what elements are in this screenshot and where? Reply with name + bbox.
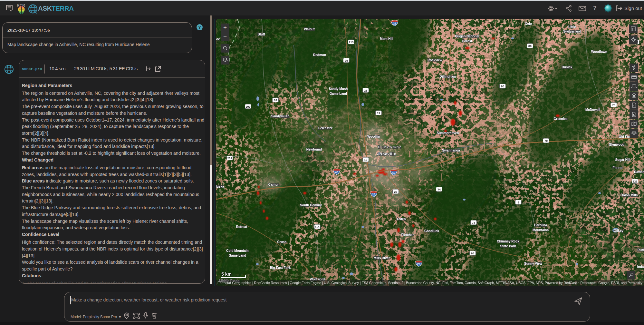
svg-text:Rockview: Rockview: [428, 58, 442, 62]
svg-text:Arden: Arden: [397, 217, 406, 221]
svg-text:Newfound: Newfound: [306, 148, 322, 151]
svg-text:Union Mills: Union Mills: [620, 193, 638, 197]
svg-text:221: 221: [632, 180, 637, 183]
svg-text:Canton: Canton: [268, 183, 279, 186]
svg-text:Busick: Busick: [562, 65, 572, 69]
svg-text:Chimney Rock: Chimney Rock: [497, 240, 519, 243]
svg-text:25: 25: [345, 59, 348, 62]
svg-text:Goodluck: Goodluck: [424, 229, 439, 233]
svg-text:9: 9: [517, 201, 519, 204]
svg-text:40: 40: [392, 171, 395, 174]
svg-text:80: 80: [528, 44, 532, 48]
svg-text:Game Land: Game Land: [330, 92, 347, 95]
svg-text:Retreat: Retreat: [236, 225, 247, 229]
svg-text:Switzerland: Switzerland: [563, 30, 581, 33]
svg-text:209: 209: [227, 157, 232, 160]
svg-text:aluska: aluska: [216, 185, 224, 188]
svg-text:Buncombe: Buncombe: [378, 145, 402, 149]
svg-text:64: 64: [471, 252, 474, 255]
svg-text:Sunny View: Sunny View: [524, 262, 542, 265]
svg-text:Greenlee: Greenlee: [554, 117, 568, 121]
svg-text:Cold Mountain: Cold Mountain: [226, 249, 248, 252]
svg-text:Walnut: Walnut: [304, 27, 315, 31]
svg-text:South Hominy: South Hominy: [300, 203, 322, 207]
svg-text:Game Land: Game Land: [229, 254, 246, 257]
svg-text:Gilkey: Gilkey: [614, 229, 623, 232]
svg-text:Bluff: Bluff: [258, 33, 265, 36]
svg-text:Dillingham: Dillingham: [439, 75, 456, 78]
svg-text:19: 19: [377, 112, 380, 115]
svg-text:19: 19: [364, 158, 367, 162]
svg-text:Sandymush: Sandymush: [271, 114, 290, 118]
svg-text:26: 26: [393, 22, 396, 25]
svg-text:70: 70: [544, 139, 548, 143]
svg-text:Fletcher: Fletcher: [401, 233, 414, 237]
svg-text:Little: Little: [568, 25, 576, 29]
svg-text:Woodlawn: Woodlawn: [591, 50, 607, 54]
svg-text:inda: inda: [637, 265, 644, 269]
svg-text:26: 26: [417, 262, 420, 266]
svg-text:70: 70: [612, 103, 615, 107]
svg-text:80: 80: [501, 85, 504, 88]
svg-text:Forest: Forest: [462, 39, 472, 43]
svg-text:25: 25: [394, 190, 397, 193]
svg-text:209: 209: [245, 105, 250, 108]
svg-text:Carolina: Carolina: [534, 223, 547, 227]
svg-text:Celo: Celo: [525, 22, 532, 25]
svg-text:Big East Fork: Big East Fork: [270, 266, 291, 270]
svg-text:A: A: [633, 104, 634, 107]
svg-text:Redmon: Redmon: [313, 53, 326, 57]
svg-text:Foro: Foro: [612, 166, 623, 170]
svg-text:Davistown: Davistown: [634, 170, 644, 174]
svg-text:Mills River: Mills River: [374, 256, 390, 260]
svg-text:Woodfin: Woodfin: [367, 135, 380, 138]
svg-text:74: 74: [437, 188, 441, 191]
svg-text:74: 74: [472, 221, 475, 224]
svg-text:Summerhaven: Summerhaven: [437, 131, 459, 135]
svg-text:40: 40: [335, 171, 338, 174]
svg-text:Mars Hill: Mars Hill: [380, 37, 393, 41]
svg-text:oc: oc: [216, 37, 220, 41]
svg-text:63: 63: [274, 99, 277, 102]
svg-text:Sandy Mush: Sandy Mush: [329, 87, 348, 91]
svg-text:213: 213: [349, 41, 353, 44]
svg-text:Swannanoa: Swannanoa: [442, 149, 460, 152]
svg-text:Leicester: Leicester: [318, 126, 332, 130]
svg-text:Sugar Hill: Sugar Hill: [615, 158, 630, 162]
svg-text:Ruthe: Ruthe: [638, 248, 644, 252]
svg-text:State Park: State Park: [500, 244, 516, 248]
svg-text:26: 26: [372, 193, 375, 196]
svg-text:151: 151: [315, 225, 320, 229]
svg-text:Pisgah National: Pisgah National: [455, 34, 479, 38]
svg-text:Mountains: Mountains: [533, 228, 549, 232]
svg-text:Asheville: Asheville: [377, 152, 396, 156]
svg-text:25: 25: [364, 89, 367, 92]
svg-text:McDowell: McDowell: [585, 108, 600, 112]
svg-text:Cruso: Cruso: [277, 240, 287, 244]
svg-text:Glenwood: Glenwood: [609, 143, 624, 146]
